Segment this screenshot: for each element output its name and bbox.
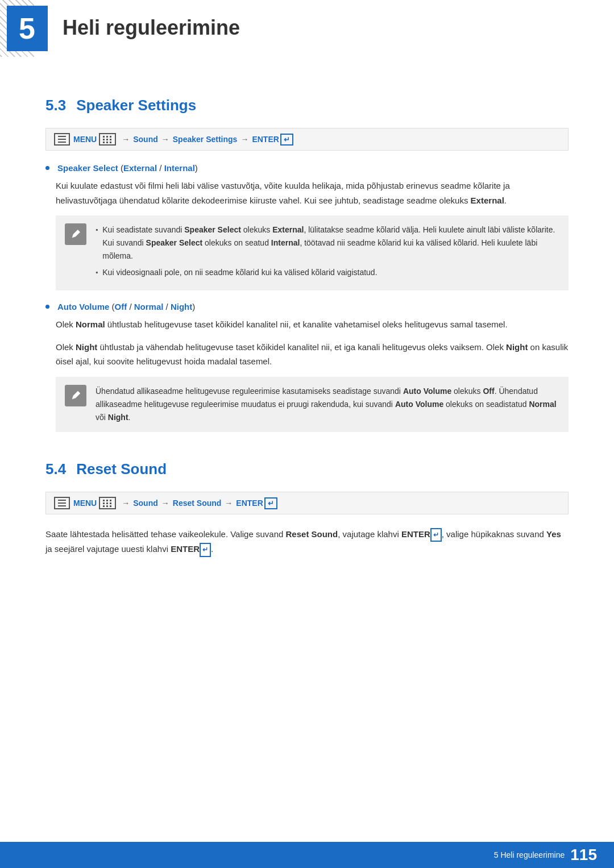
nav-speaker-settings: Speaker Settings <box>173 135 238 144</box>
bullet-speaker-select-text: Speaker Select (External / Internal) <box>57 163 198 173</box>
menu-icon-lines-54 <box>58 500 66 506</box>
enter-inline-2: ↵ <box>200 543 211 556</box>
speaker-select-bold: Speaker Select <box>57 163 118 173</box>
nav-menu-label-54: MENU <box>73 499 97 508</box>
auto-volume-note-text: Ühendatud allikaseadme helitugevuse regu… <box>96 387 557 422</box>
grid-dots <box>103 136 112 143</box>
auto-volume-para2: Olek Night ühtlustab ja vähendab helitug… <box>56 340 569 369</box>
footer-chapter-text: 5 Heli reguleerimine <box>494 850 565 859</box>
note-item-1: Kui seadistate suvandi Speaker Select ol… <box>96 223 559 263</box>
note-pencil-icon <box>68 226 84 242</box>
main-content: 5.3Speaker Settings MENU <box>0 0 614 671</box>
note-pencil-icon-2 <box>68 388 84 404</box>
section-53-header: 5.3Speaker Settings <box>45 97 569 114</box>
nav-menu-label-53: MENU <box>73 135 97 144</box>
auto-volume-paren-close: ) <box>192 302 195 312</box>
internal-label: Internal <box>164 163 195 173</box>
footer: 5 Heli reguleerimine 115 <box>0 842 614 868</box>
menu-icon-54 <box>54 497 70 509</box>
off-label: Off <box>115 302 127 312</box>
nav-reset-sound: Reset Sound <box>173 499 222 508</box>
auto-volume-label-text: Auto Volume (Off / Normal / Night) <box>57 302 195 312</box>
note-icon-2 <box>65 385 86 406</box>
bullet-dot-1 <box>45 166 49 170</box>
enter-icon-53: ↵ <box>280 134 293 146</box>
note-icon-1 <box>65 223 86 245</box>
auto-volume-para1: Olek Normal ühtlustab helitugevuse taset… <box>56 317 569 332</box>
nav-arrow2-53: → <box>161 135 169 144</box>
note-content-1: Kui seadistate suvandi Speaker Select ol… <box>96 223 559 283</box>
grid-dots-54 <box>103 500 112 507</box>
section-54-number: 5.4 <box>45 460 66 477</box>
slash2: / <box>127 302 134 312</box>
slash3: / <box>163 302 171 312</box>
section-54-header: 5.4Reset Sound <box>45 460 569 478</box>
nav-arrow1-54: → <box>122 499 130 508</box>
auto-volume-bold: Auto Volume <box>57 302 109 312</box>
speaker-select-para1: Kui kuulate edastust või filmi heli läbi… <box>56 178 569 207</box>
section-53-number: 5.3 <box>45 97 66 114</box>
chapter-number: 5 <box>7 6 48 51</box>
night-label: Night <box>171 302 192 312</box>
external-label: External <box>123 163 157 173</box>
nav-arrow3-53: → <box>240 135 248 144</box>
section-53: 5.3Speaker Settings MENU <box>45 97 569 432</box>
nav-bar-54: MENU → Sound → Reset Sound → ENTE <box>45 492 569 514</box>
note-box-auto-volume: Ühendatud allikaseadme helitugevuse regu… <box>56 377 569 432</box>
section-53-title: Speaker Settings <box>76 97 196 114</box>
bullet-speaker-select-label: Speaker Select (External / Internal) <box>45 163 569 173</box>
nav-arrow2-54: → <box>161 499 169 508</box>
nav-enter-53: ENTER <box>252 135 279 144</box>
note-content-2: Ühendatud allikaseadme helitugevuse regu… <box>96 385 559 424</box>
section-54-title: Reset Sound <box>76 460 167 477</box>
nav-sound-53: Sound <box>133 135 158 144</box>
nav-arrow1-53: → <box>122 135 130 144</box>
footer-page-number: 115 <box>570 846 597 864</box>
bullet-dot-2 <box>45 305 49 309</box>
nav-grid-icon-54 <box>99 497 116 509</box>
menu-icon-lines <box>58 136 66 143</box>
speaker-select-paren-close: ) <box>195 163 198 173</box>
chapter-title: Heli reguleerimine <box>63 16 240 40</box>
reset-sound-para: Saate lähtestada helisätted tehase vaike… <box>45 527 569 556</box>
bullet-auto-volume-label: Auto Volume (Off / Normal / Night) <box>45 302 569 312</box>
note-box-speaker-select: Kui seadistate suvandi Speaker Select ol… <box>56 215 569 290</box>
menu-icon-53 <box>54 133 70 146</box>
enter-inline-1: ↵ <box>430 528 442 542</box>
nav-grid-icon-53 <box>99 133 116 146</box>
note-item-2: Kui videosignaali pole, on nii seadme kõ… <box>96 266 559 279</box>
nav-sound-54: Sound <box>133 499 158 508</box>
enter-icon-54: ↵ <box>264 497 277 509</box>
chapter-block: 5 <box>0 0 54 57</box>
nav-enter-54: ENTER <box>236 499 263 508</box>
bullet-speaker-select: Speaker Select (External / Internal) Kui… <box>45 163 569 290</box>
slash1: / <box>157 163 164 173</box>
section-54: 5.4Reset Sound MENU <box>45 460 569 602</box>
nav-arrow3-54: → <box>225 499 233 508</box>
bullet-auto-volume: Auto Volume (Off / Normal / Night) Olek … <box>45 302 569 432</box>
nav-bar-53: MENU → Sound → Speaker Settings → <box>45 128 569 151</box>
normal-label: Normal <box>134 302 164 312</box>
